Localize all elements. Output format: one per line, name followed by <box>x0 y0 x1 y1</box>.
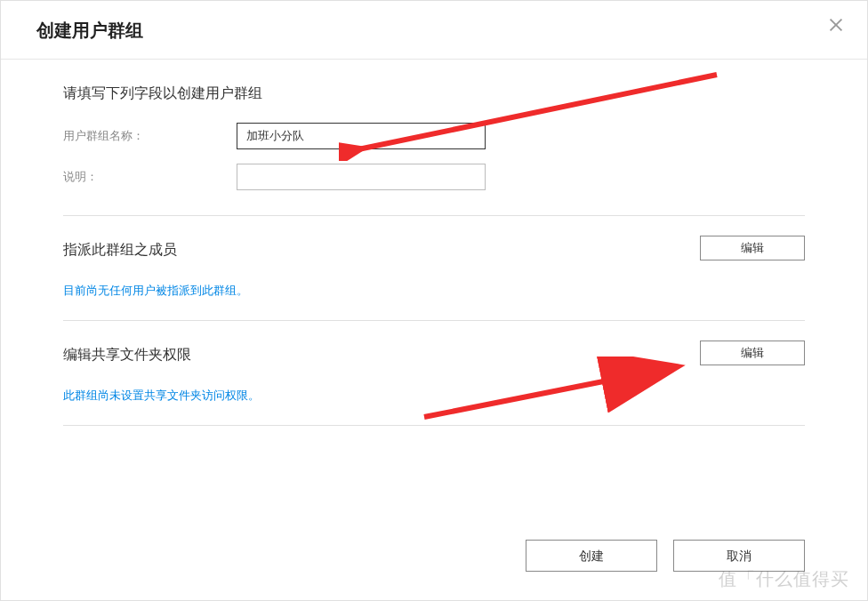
form-intro-text: 请填写下列字段以创建用户群组 <box>63 84 805 103</box>
group-name-input[interactable] <box>237 123 486 149</box>
group-name-label: 用户群组名称： <box>63 128 237 144</box>
create-button[interactable]: 创建 <box>526 540 657 572</box>
modal-footer: 创建 取消 <box>526 540 805 572</box>
modal-body: 请填写下列字段以创建用户群组 用户群组名称： 说明： 指派此群组之成员 编辑 目… <box>1 60 867 426</box>
members-section: 指派此群组之成员 编辑 目前尚无任何用户被指派到此群组。 <box>63 216 805 321</box>
description-input[interactable] <box>237 164 486 190</box>
modal-header: 创建用户群组 <box>1 1 867 60</box>
permissions-edit-button[interactable]: 编辑 <box>700 341 805 365</box>
modal-title: 创建用户群组 <box>36 19 832 43</box>
members-title: 指派此群组之成员 <box>63 241 805 260</box>
group-name-row: 用户群组名称： <box>63 123 805 149</box>
close-icon[interactable] <box>826 15 846 35</box>
description-label: 说明： <box>63 169 237 185</box>
cancel-button[interactable]: 取消 <box>673 540 805 572</box>
form-section: 请填写下列字段以创建用户群组 用户群组名称： 说明： <box>63 60 805 216</box>
create-group-modal: 创建用户群组 请填写下列字段以创建用户群组 用户群组名称： 说明： 指派此群组之… <box>0 0 868 601</box>
permissions-title: 编辑共享文件夹权限 <box>63 346 805 365</box>
members-edit-button[interactable]: 编辑 <box>700 236 805 260</box>
description-row: 说明： <box>63 164 805 190</box>
permissions-info-text: 此群组尚未设置共享文件夹访问权限。 <box>63 388 805 404</box>
members-info-text: 目前尚无任何用户被指派到此群组。 <box>63 283 805 299</box>
permissions-section: 编辑共享文件夹权限 编辑 此群组尚未设置共享文件夹访问权限。 <box>63 321 805 426</box>
